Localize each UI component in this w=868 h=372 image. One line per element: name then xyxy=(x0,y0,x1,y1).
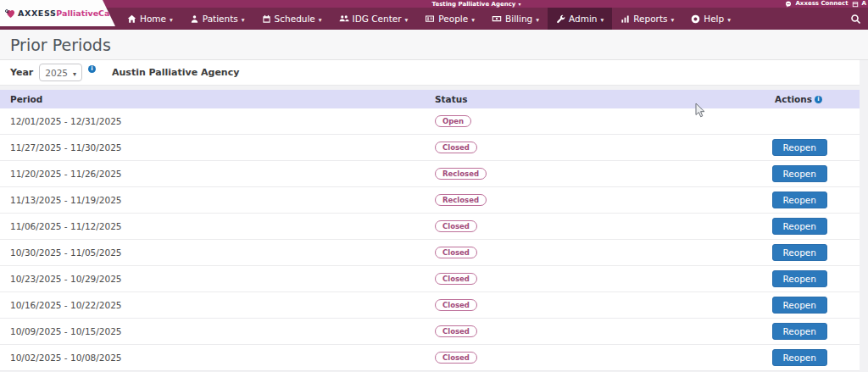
period-value: 10/30/2025 - 11/05/2025 xyxy=(10,247,122,258)
reopen-button[interactable]: Reopen xyxy=(772,165,828,182)
chevron-down-icon xyxy=(471,14,475,24)
status-badge: Reclosed xyxy=(435,168,487,180)
year-select[interactable]: 2025 xyxy=(39,64,82,81)
table-row: 10/02/2025 - 10/08/2025 Closed Reopen xyxy=(0,345,860,371)
prior-periods-table: Period Status Actions i 12/01/2025 - 12/… xyxy=(0,90,860,371)
page-title: Prior Periods xyxy=(0,30,868,60)
nav-item-idg-center[interactable]: IDG Center xyxy=(331,8,417,30)
home-icon xyxy=(127,14,136,24)
status-badge: Open xyxy=(435,115,471,127)
period-value: 11/06/2025 - 11/12/2025 xyxy=(10,221,122,231)
status-badge: Closed xyxy=(435,325,477,337)
nav-menu: Home Patients Schedule IDG Center People… xyxy=(119,8,739,30)
period-value: 10/16/2025 - 10/22/2025 xyxy=(10,300,122,310)
nav-item-home[interactable]: Home xyxy=(119,8,181,30)
period-value: 10/02/2025 - 10/08/2025 xyxy=(10,353,122,363)
idg-center-icon xyxy=(339,14,349,24)
axxess-connect-link[interactable]: Axxess Connect xyxy=(795,0,848,8)
chevron-down-icon xyxy=(536,14,539,24)
filter-bar: Year 2025 i Austin Palliative Agency xyxy=(0,60,860,86)
table-header-row: Period Status Actions i xyxy=(0,90,860,108)
table-row: 11/27/2025 - 11/30/2025 Closed Reopen xyxy=(0,135,860,161)
period-value: 12/01/2025 - 12/31/2025 xyxy=(10,116,122,126)
agency-name: Austin Palliative Agency xyxy=(112,67,239,78)
nav-item-reports[interactable]: Reports xyxy=(612,8,682,30)
reopen-button[interactable]: Reopen xyxy=(772,297,828,314)
chevron-down-icon xyxy=(73,68,76,78)
heart-stethoscope-icon xyxy=(4,8,16,19)
chevron-down-icon xyxy=(671,14,675,24)
reopen-button[interactable]: Reopen xyxy=(772,323,828,340)
actions-info-icon[interactable]: i xyxy=(815,96,822,103)
status-badge: Closed xyxy=(435,220,477,232)
search-icon[interactable] xyxy=(850,8,861,30)
nav-item-people[interactable]: People xyxy=(416,8,483,30)
year-info-icon[interactable]: i xyxy=(88,65,96,73)
status-column-header: Status xyxy=(435,94,677,104)
table-row: 11/20/2025 - 11/26/2025 Reclosed Reopen xyxy=(0,161,860,187)
period-value: 10/09/2025 - 10/15/2025 xyxy=(10,326,122,336)
nav-item-billing[interactable]: Billing xyxy=(483,8,548,30)
axxess-connect-icon xyxy=(785,1,792,8)
topbar-cutoff-text: A xyxy=(862,0,866,8)
period-value: 11/20/2025 - 11/26/2025 xyxy=(10,169,122,179)
status-badge: Closed xyxy=(435,352,477,364)
status-badge: Closed xyxy=(435,247,477,258)
billing-icon xyxy=(492,14,502,24)
nav-item-patients[interactable]: Patients xyxy=(181,8,253,30)
reopen-button[interactable]: Reopen xyxy=(772,218,828,235)
nav-item-admin[interactable]: Admin xyxy=(548,8,612,30)
table-row: 10/09/2025 - 10/15/2025 Closed Reopen xyxy=(0,319,860,345)
status-badge: Closed xyxy=(435,142,477,153)
table-row: 11/06/2025 - 11/12/2025 Closed Reopen xyxy=(0,214,860,240)
nav-item-schedule[interactable]: Schedule xyxy=(253,8,331,30)
reopen-button[interactable]: Reopen xyxy=(772,192,828,208)
reopen-button[interactable]: Reopen xyxy=(772,270,828,287)
table-row: 11/13/2025 - 11/19/2025 Reclosed Reopen xyxy=(0,187,860,214)
reports-icon xyxy=(620,14,630,24)
table-row: 10/23/2025 - 10/29/2025 Closed Reopen xyxy=(0,266,860,292)
chevron-down-icon xyxy=(170,14,173,24)
year-select-value: 2025 xyxy=(45,68,68,78)
table-row: 10/16/2025 - 10/22/2025 Closed Reopen xyxy=(0,292,860,319)
chevron-down-icon xyxy=(727,14,731,24)
reopen-button[interactable]: Reopen xyxy=(772,244,828,261)
brand-palliativecare: PalliativeCare xyxy=(56,8,119,18)
reopen-button[interactable]: Reopen xyxy=(772,349,828,366)
nav-item-help[interactable]: Help xyxy=(682,8,739,30)
period-column-header: Period xyxy=(0,94,435,104)
chevron-down-icon xyxy=(242,14,245,24)
chevron-down-icon xyxy=(319,14,322,24)
actions-column-header: Actions xyxy=(775,94,812,104)
status-badge: Closed xyxy=(435,273,477,285)
calendar-icon[interactable] xyxy=(852,1,859,8)
axxess-logo[interactable]: AXXESS PalliativeCare xyxy=(0,0,115,26)
admin-icon xyxy=(556,14,565,24)
people-icon xyxy=(425,14,435,24)
status-badge: Reclosed xyxy=(435,194,487,206)
brand-axxess: AXXESS xyxy=(18,8,56,18)
period-value: 10/23/2025 - 10/29/2025 xyxy=(10,274,122,284)
period-value: 11/27/2025 - 11/30/2025 xyxy=(10,142,122,153)
help-icon xyxy=(691,14,700,24)
chevron-down-icon xyxy=(405,14,409,24)
table-row: 10/30/2025 - 11/05/2025 Closed Reopen xyxy=(0,240,860,266)
top-strip: Testing Palliative Agency Axxess Connect… xyxy=(0,0,868,8)
year-label: Year xyxy=(10,67,33,78)
schedule-icon xyxy=(262,14,271,24)
main-navbar: AXXESS PalliativeCare Home Patients Sche… xyxy=(0,8,868,30)
reopen-button[interactable]: Reopen xyxy=(772,139,828,156)
period-value: 11/13/2025 - 11/19/2025 xyxy=(10,195,122,205)
patients-icon xyxy=(190,14,199,24)
status-badge: Closed xyxy=(435,299,477,311)
table-row: 12/01/2025 - 12/31/2025 Open xyxy=(0,108,860,135)
chevron-down-icon xyxy=(600,14,604,24)
